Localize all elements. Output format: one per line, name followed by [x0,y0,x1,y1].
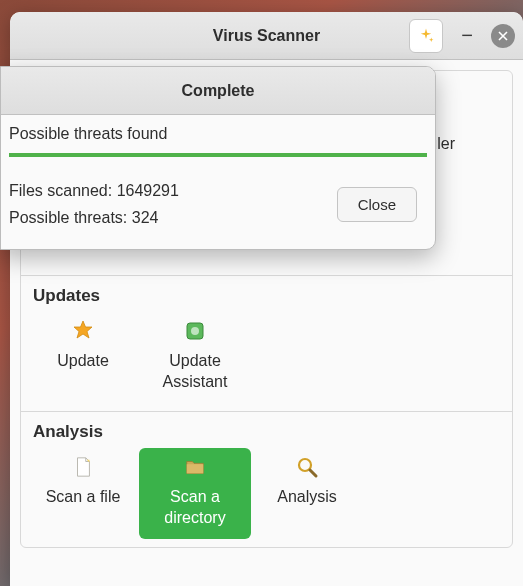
minimize-icon: − [461,24,473,47]
scan-directory-tile[interactable]: Scan adirectory [139,448,251,539]
update-assistant-label: UpdateAssistant [163,350,228,393]
sparkle-button[interactable] [409,19,443,53]
progress-bar [9,153,427,157]
scan-directory-label: Scan adirectory [164,486,225,529]
file-icon [70,454,96,480]
svg-rect-8 [187,464,204,473]
close-icon [498,31,508,41]
scan-complete-dialog: Complete Possible threats found Files sc… [0,66,436,250]
sparkle-icon [417,27,435,45]
titlebar-controls: − [409,19,515,53]
update-assistant-tile[interactable]: UpdateAssistant [139,312,251,403]
scan-file-tile[interactable]: Scan a file [27,448,139,539]
analysis-label: Analysis [277,486,337,508]
update-tile[interactable]: Update [27,312,139,403]
threats-found-text: Possible threats found [9,125,427,143]
scan-file-label: Scan a file [46,486,121,508]
progress-bar-container [9,153,427,157]
magnifier-icon [294,454,320,480]
dialog-body: Possible threats found Files scanned: 16… [1,115,435,249]
svg-line-10 [310,470,316,476]
folder-icon [182,454,208,480]
updates-section-title: Updates [21,276,512,312]
analysis-section-title: Analysis [21,412,512,448]
svg-point-6 [191,327,199,335]
svg-marker-4 [74,321,92,338]
files-scanned-line: Files scanned: 1649291 [9,177,179,204]
update-icon [70,318,96,344]
analysis-tile[interactable]: Analysis [251,448,363,539]
updates-grid: Update UpdateAssistant [21,312,512,411]
dialog-title: Complete [1,67,435,115]
update-assistant-icon [182,318,208,344]
close-window-button[interactable] [491,24,515,48]
stats-row: Files scanned: 1649291 Possible threats:… [9,177,427,231]
titlebar: Virus Scanner − [10,12,523,60]
close-dialog-button[interactable]: Close [337,187,417,222]
possible-threats-line: Possible threats: 324 [9,204,179,231]
scan-stats: Files scanned: 1649291 Possible threats:… [9,177,179,231]
minimize-button[interactable]: − [457,24,477,47]
analysis-grid: Scan a file Scan adirectory Analysis [21,448,512,547]
update-label: Update [57,350,109,372]
